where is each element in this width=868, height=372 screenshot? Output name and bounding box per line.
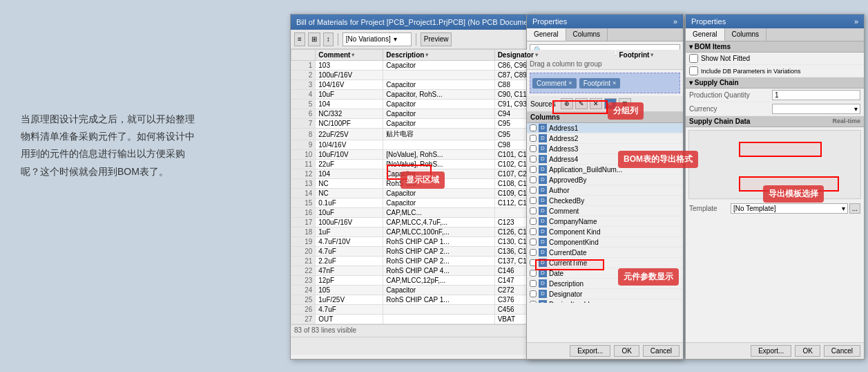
right-cancel-btn[interactable]: Cancel	[824, 345, 860, 357]
right-ok-btn[interactable]: OK	[795, 345, 820, 357]
inner-export-btn[interactable]: Export...	[570, 345, 610, 357]
show-not-fitted-label: Show Not Fitted	[701, 55, 750, 62]
variations-dropdown[interactable]: [No Variations] ▾	[343, 32, 412, 46]
column-checkbox[interactable]	[530, 166, 537, 173]
group-drop-zone[interactable]: Comment × Footprint ×	[530, 73, 680, 93]
inner-props-bottom: Export... OK Cancel	[527, 342, 683, 359]
column-name-label: Component Kind	[549, 228, 601, 236]
annotation-component-params: 元件参数显示	[618, 268, 679, 286]
column-checkbox[interactable]	[530, 301, 537, 303]
source-btn-3[interactable]: ✕	[590, 98, 602, 109]
right-props-title-text: Properties	[691, 17, 726, 26]
include-db-checkbox[interactable]	[689, 66, 698, 75]
column-list-item[interactable]: DCheckedBy	[527, 196, 683, 206]
column-list-item[interactable]: DAddress1	[527, 123, 683, 133]
column-checkbox[interactable]	[530, 187, 537, 194]
column-checkbox[interactable]	[530, 197, 537, 204]
right-export-btn[interactable]: Export...	[751, 345, 791, 357]
right-tab-columns[interactable]: Columns	[725, 28, 766, 41]
inner-props-tabs: General Columns	[527, 28, 683, 41]
column-type-icon: D	[539, 134, 547, 142]
column-checkbox[interactable]	[530, 228, 537, 235]
column-checkbox[interactable]	[530, 280, 537, 287]
toolbar-icon-btn-1[interactable]: ≡	[294, 32, 305, 46]
column-type-icon: D	[539, 186, 547, 194]
column-name-label: CurrentDate	[549, 249, 586, 257]
column-checkbox[interactable]	[530, 176, 537, 183]
right-props-expand[interactable]: »	[854, 17, 858, 26]
col-header-designator[interactable]: Designator ▾	[494, 50, 616, 61]
currency-dropdown[interactable]: ▾	[772, 104, 860, 114]
column-list-item[interactable]: DCompanyName	[527, 216, 683, 227]
column-checkbox[interactable]	[530, 145, 537, 152]
col-header-num	[291, 50, 316, 61]
right-tab-general[interactable]: General	[686, 28, 725, 41]
column-list-item[interactable]: DCurrentDate	[527, 248, 683, 258]
source-btn-1[interactable]: ⊕	[561, 98, 573, 109]
column-checkbox[interactable]	[530, 218, 537, 225]
inner-props-title-text: Properties	[532, 17, 567, 26]
column-name-label: Address1	[549, 124, 578, 132]
toolbar-separator-1	[338, 33, 338, 46]
source-btn-2[interactable]: ✎	[575, 98, 588, 109]
col-header-comment[interactable]: Comment ▾	[316, 50, 383, 61]
column-name-label: Address2	[549, 135, 578, 142]
group-chip-footprint-close[interactable]: ×	[613, 80, 616, 86]
column-name-label: Designator	[549, 290, 582, 298]
column-list-item[interactable]: DComponentKind	[527, 237, 683, 248]
column-checkbox[interactable]	[530, 239, 537, 245]
column-name-label: Application_BuildNum...	[549, 166, 622, 174]
tab-general[interactable]: General	[527, 28, 566, 41]
toolbar-icon-btn-2[interactable]: ⊞	[308, 32, 320, 46]
group-chip-close[interactable]: ×	[568, 80, 572, 86]
group-chip-footprint[interactable]: Footprint ×	[579, 78, 621, 89]
annotation-export-format: BOM表的导出格式	[618, 151, 698, 168]
left-panel-text: 当原理图设计完成之后，就可以开始整理物料清单准备采购元件了。如何将设计中用到的元…	[21, 113, 195, 177]
column-list-item[interactable]: DCurrentTime	[527, 258, 683, 268]
column-checkbox[interactable]	[530, 156, 537, 162]
column-type-icon: D	[539, 300, 547, 303]
inner-cancel-btn[interactable]: Cancel	[643, 345, 679, 357]
column-checkbox[interactable]	[530, 207, 537, 214]
column-list-item[interactable]: DDesignItemId	[527, 299, 683, 303]
col-header-description[interactable]: Description ▾	[383, 50, 494, 61]
column-type-icon: D	[539, 279, 547, 288]
left-text-panel: 当原理图设计完成之后，就可以开始整理物料清单准备采购元件了。如何将设计中用到的元…	[21, 111, 200, 180]
column-checkbox[interactable]	[530, 249, 537, 256]
column-checkbox[interactable]	[530, 124, 537, 131]
show-not-fitted-checkbox[interactable]	[689, 54, 698, 63]
production-qty-input[interactable]	[772, 90, 860, 100]
column-type-icon: D	[539, 176, 547, 184]
chevron-down-icon: ▾	[394, 35, 397, 43]
tab-columns[interactable]: Columns	[566, 28, 608, 41]
template-label-text: Template	[689, 205, 731, 212]
column-list-item[interactable]: DDesignator	[527, 289, 683, 299]
inner-ok-btn[interactable]: OK	[614, 345, 639, 357]
column-name-label: ComponentKind	[549, 239, 599, 246]
column-name-label: CheckedBy	[549, 197, 584, 205]
preview-button[interactable]: Preview	[421, 32, 452, 46]
column-list-item[interactable]: DComponent Kind	[527, 227, 683, 237]
column-checkbox[interactable]	[530, 259, 537, 266]
column-checkbox[interactable]	[530, 135, 537, 142]
include-db-row: Include DB Parameters in Variations	[686, 65, 864, 77]
table-header-row: Comment ▾ Description ▾ Designator	[291, 50, 683, 61]
column-list-item[interactable]: DComment	[527, 206, 683, 216]
group-chip-footprint-label: Footprint	[584, 80, 610, 87]
template-dropdown[interactable]: [No Template] ▾	[731, 203, 848, 214]
column-checkbox[interactable]	[530, 270, 537, 277]
column-checkbox[interactable]	[530, 290, 537, 297]
toolbar-icon-btn-3[interactable]: ↕	[323, 32, 334, 46]
template-options-btn[interactable]: ...	[849, 203, 860, 214]
column-list-item[interactable]: DApprovedBy	[527, 175, 683, 185]
inner-props-expand-icon[interactable]: »	[673, 17, 677, 26]
inner-properties-panel: Properties » General Columns 🔍 Drag a co…	[526, 14, 684, 360]
col-header-footprint[interactable]: Footprint ▾	[616, 50, 683, 61]
column-name-label: ApprovedBy	[549, 176, 586, 184]
column-list-item[interactable]: DAuthor	[527, 185, 683, 196]
status-text: 83 of 83 lines visible	[294, 326, 356, 334]
column-list-item[interactable]: DAddress2	[527, 133, 683, 144]
column-name-label: Author	[549, 187, 569, 194]
group-chip-comment[interactable]: Comment ×	[532, 78, 577, 89]
include-db-label: Include DB Parameters in Variations	[701, 68, 800, 75]
